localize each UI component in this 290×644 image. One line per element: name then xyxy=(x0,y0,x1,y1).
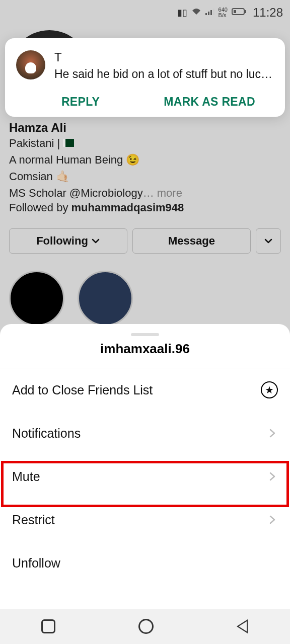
notification-sender: T xyxy=(54,50,274,64)
notifications-item[interactable]: Notifications xyxy=(0,412,290,455)
system-navbar xyxy=(0,609,290,644)
bio-line-1: Pakistani | xyxy=(9,135,281,151)
story-highlight[interactable] xyxy=(78,271,133,326)
battery-icon xyxy=(232,8,247,18)
star-icon: ★ xyxy=(261,381,278,398)
net-speed: 640B/s xyxy=(219,7,228,18)
item-label: Restrict xyxy=(12,513,55,527)
flag-icon xyxy=(63,139,74,147)
notification-avatar xyxy=(16,50,45,79)
action-row: Following Message xyxy=(9,228,281,254)
bio-line-3: Comsian 🤙🏻 xyxy=(9,168,281,185)
recent-apps-button[interactable] xyxy=(41,619,55,633)
svg-rect-2 xyxy=(210,10,212,15)
message-button[interactable]: Message xyxy=(132,228,251,254)
status-bar: ▮▯ 640B/s 11:28 xyxy=(0,0,290,25)
notification-message: He said he bid on a lot of stuff but no … xyxy=(54,67,274,81)
chevron-right-icon xyxy=(267,428,278,439)
chevron-down-icon xyxy=(264,236,273,246)
mute-item[interactable]: Mute xyxy=(0,455,290,498)
restrict-item[interactable]: Restrict xyxy=(0,498,290,541)
mark-as-read-button[interactable]: MARK AS READ xyxy=(145,95,274,109)
signal-icon xyxy=(205,8,214,18)
bottom-sheet: imhamxaali.96 Add to Close Friends List … xyxy=(0,324,290,609)
home-button[interactable] xyxy=(138,619,154,634)
item-label: Add to Close Friends List xyxy=(12,383,153,397)
wifi-icon xyxy=(191,8,201,18)
stories-row xyxy=(9,271,281,326)
story-highlight[interactable] xyxy=(9,271,64,326)
following-button[interactable]: Following xyxy=(9,228,127,254)
sheet-title: imhamxaali.96 xyxy=(0,341,290,368)
close-friends-item[interactable]: Add to Close Friends List ★ xyxy=(0,368,290,412)
svg-rect-5 xyxy=(245,10,246,13)
notification-card[interactable]: T He said he bid on a lot of stuff but n… xyxy=(5,38,285,117)
item-label: Mute xyxy=(12,469,40,484)
more-link[interactable]: more xyxy=(154,187,182,199)
svg-rect-1 xyxy=(208,12,209,15)
clock: 11:28 xyxy=(253,6,283,20)
svg-rect-6 xyxy=(234,10,236,13)
chevron-down-icon xyxy=(91,236,100,246)
bio-line-2: A normal Human Being 😉 xyxy=(9,151,281,168)
drag-handle[interactable] xyxy=(131,333,159,336)
chevron-right-icon xyxy=(267,471,278,482)
followed-by: Followed by muhammadqasim948 xyxy=(9,201,281,214)
chevron-right-icon xyxy=(267,514,278,525)
profile-name: Hamza Ali xyxy=(9,121,281,135)
item-label: Notifications xyxy=(12,426,81,441)
suggestions-button[interactable] xyxy=(256,228,281,254)
reply-button[interactable]: REPLY xyxy=(16,95,145,109)
svg-rect-0 xyxy=(205,13,207,15)
bio-line-4: MS Scholar @Microbiology… more xyxy=(9,185,281,201)
back-button[interactable] xyxy=(237,619,249,634)
item-label: Unfollow xyxy=(12,556,60,571)
svg-rect-3 xyxy=(213,9,214,15)
vibrate-icon: ▮▯ xyxy=(177,7,187,18)
unfollow-item[interactable]: Unfollow xyxy=(0,541,290,585)
